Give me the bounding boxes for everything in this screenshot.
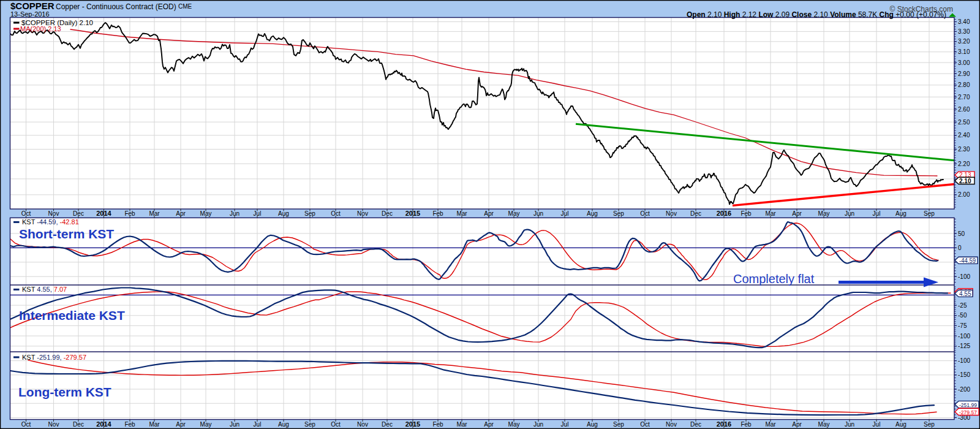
- svg-text:Oct: Oct: [331, 210, 341, 217]
- svg-text:Sep: Sep: [304, 210, 315, 217]
- svg-text:-279.57: -279.57: [959, 409, 977, 416]
- svg-text:Oct: Oct: [21, 210, 31, 217]
- svg-text:Sep: Sep: [613, 210, 624, 217]
- svg-text:3.00: 3.00: [958, 59, 970, 66]
- svg-text:KST -44.59, -42.81: KST -44.59, -42.81: [22, 218, 79, 226]
- svg-text:Feb: Feb: [432, 210, 443, 217]
- svg-text:3.20: 3.20: [958, 38, 970, 45]
- svg-text:2015: 2015: [405, 210, 420, 217]
- svg-text:Apr: Apr: [792, 210, 802, 217]
- svg-text:Open 2.10 High 2.12 Low 2.09 C: Open 2.10 High 2.12 Low 2.09 Close 2.10 …: [687, 10, 946, 19]
- svg-text:2015: 2015: [405, 420, 420, 428]
- svg-text:50: 50: [958, 230, 965, 237]
- svg-text:2.20: 2.20: [958, 161, 970, 167]
- svg-text:Apr: Apr: [176, 421, 186, 428]
- svg-text:$COPPER: $COPPER: [10, 1, 55, 11]
- svg-text:3.10: 3.10: [958, 48, 970, 55]
- svg-text:Mar: Mar: [456, 210, 467, 217]
- svg-text:Feb: Feb: [124, 210, 135, 217]
- svg-text:Sep: Sep: [613, 421, 624, 428]
- svg-text:2.60: 2.60: [958, 106, 970, 113]
- svg-text:May: May: [508, 421, 520, 428]
- svg-text:Dec: Dec: [690, 210, 701, 217]
- svg-text:Nov: Nov: [48, 210, 59, 217]
- svg-text:2014: 2014: [96, 210, 111, 217]
- svg-text:KST 4.55, 7.07: KST 4.55, 7.07: [22, 286, 67, 293]
- svg-text:Feb: Feb: [741, 210, 752, 217]
- svg-text:Feb: Feb: [432, 421, 443, 428]
- svg-text:Nov: Nov: [48, 421, 59, 428]
- svg-text:Dec: Dec: [690, 421, 701, 428]
- svg-text:CME: CME: [178, 3, 192, 10]
- svg-text:Mar: Mar: [765, 421, 776, 428]
- svg-text:4.55: 4.55: [959, 290, 971, 297]
- svg-text:3.40: 3.40: [958, 18, 970, 25]
- svg-text:Completely flat: Completely flat: [733, 272, 815, 286]
- svg-text:Mar: Mar: [456, 421, 467, 428]
- svg-text:Aug: Aug: [895, 210, 907, 217]
- svg-text:-44.59: -44.59: [959, 257, 976, 264]
- svg-text:Copper - Continuous Contract (: Copper - Continuous Contract (EOD): [56, 2, 176, 11]
- svg-text:Aug: Aug: [587, 210, 598, 217]
- svg-text:MA(200) 2.13: MA(200) 2.13: [20, 25, 61, 32]
- svg-text:Dec: Dec: [382, 421, 393, 428]
- svg-text:Mar: Mar: [149, 421, 160, 428]
- svg-text:Nov: Nov: [666, 421, 677, 428]
- svg-text:Short-term KST: Short-term KST: [19, 227, 114, 241]
- svg-text:May: May: [200, 421, 212, 428]
- svg-text:2.90: 2.90: [958, 70, 970, 77]
- svg-text:Jun: Jun: [230, 421, 239, 428]
- svg-text:Jul: Jul: [561, 210, 569, 217]
- svg-text:May: May: [200, 210, 212, 217]
- svg-text:2.80: 2.80: [958, 82, 970, 88]
- svg-text:Jun: Jun: [845, 210, 854, 217]
- svg-text:-100: -100: [958, 333, 970, 340]
- svg-text:Apr: Apr: [792, 421, 802, 428]
- svg-text:Dec: Dec: [73, 210, 84, 217]
- svg-text:Oct: Oct: [331, 421, 341, 428]
- svg-text:Aug: Aug: [278, 421, 289, 428]
- svg-text:KST -251.99, -279.57: KST -251.99, -279.57: [22, 354, 86, 361]
- svg-text:Mar: Mar: [765, 210, 776, 217]
- svg-text:-50: -50: [958, 312, 967, 319]
- svg-text:Jul: Jul: [873, 421, 881, 428]
- svg-text:Sep: Sep: [924, 421, 935, 428]
- svg-text:Jun: Jun: [533, 210, 543, 217]
- svg-text:-25: -25: [958, 302, 967, 309]
- svg-text:2016: 2016: [717, 420, 731, 428]
- svg-text:May: May: [508, 210, 520, 217]
- svg-text:-150: -150: [958, 371, 970, 378]
- svg-text:2014: 2014: [96, 420, 111, 428]
- svg-text:Nov: Nov: [357, 210, 368, 217]
- svg-text:Intermediate KST: Intermediate KST: [19, 308, 125, 322]
- svg-text:Dec: Dec: [73, 421, 84, 428]
- svg-text:0: 0: [958, 245, 962, 251]
- svg-text:Dec: Dec: [382, 210, 393, 217]
- svg-text:13-Sep-2016: 13-Sep-2016: [10, 10, 50, 18]
- svg-text:Feb: Feb: [741, 421, 752, 428]
- svg-text:Feb: Feb: [124, 421, 135, 428]
- svg-text:May: May: [818, 210, 830, 217]
- svg-text:Oct: Oct: [640, 210, 650, 217]
- svg-text:2.40: 2.40: [958, 132, 970, 139]
- svg-text:Apr: Apr: [176, 210, 186, 217]
- svg-text:2016: 2016: [717, 210, 731, 217]
- svg-text:May: May: [818, 421, 830, 428]
- svg-text:2.00: 2.00: [958, 191, 970, 198]
- svg-text:Jun: Jun: [845, 421, 854, 428]
- svg-text:-100: -100: [958, 273, 970, 280]
- svg-text:-75: -75: [958, 322, 967, 329]
- svg-text:2.30: 2.30: [958, 146, 970, 153]
- svg-text:Oct: Oct: [21, 421, 31, 428]
- svg-text:Jul: Jul: [254, 210, 262, 217]
- svg-text:2.50: 2.50: [958, 119, 970, 126]
- svg-text:-100: -100: [958, 357, 970, 364]
- svg-text:Sep: Sep: [304, 421, 315, 428]
- svg-text:Jul: Jul: [561, 421, 569, 428]
- svg-text:Jun: Jun: [230, 210, 239, 217]
- svg-text:Jul: Jul: [873, 210, 881, 217]
- svg-text:2.10: 2.10: [959, 178, 971, 184]
- svg-text:Oct: Oct: [640, 421, 650, 428]
- svg-text:Apr: Apr: [484, 421, 494, 428]
- svg-text:Sep: Sep: [924, 210, 935, 217]
